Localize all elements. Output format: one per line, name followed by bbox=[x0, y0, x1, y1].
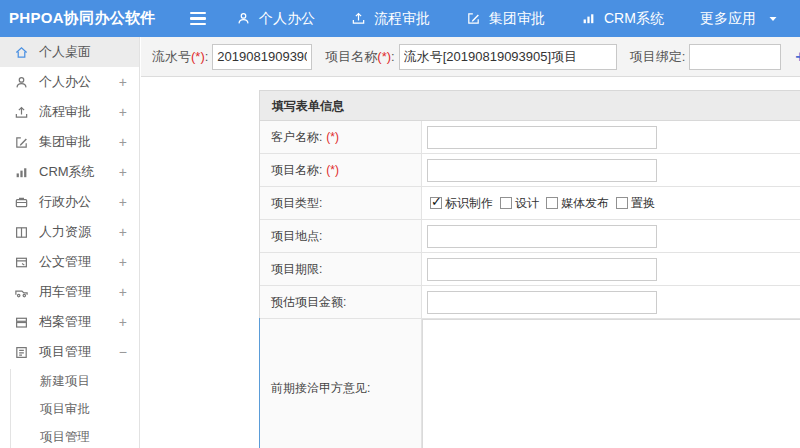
doc-icon bbox=[14, 255, 29, 270]
expand-plus-icon[interactable]: + bbox=[119, 74, 127, 90]
customer-name-input[interactable] bbox=[427, 126, 657, 149]
flow-icon bbox=[351, 11, 366, 26]
sidebar-item-personal-desktop[interactable]: 个人桌面 bbox=[0, 37, 139, 67]
project-type-options: 标识制作设计媒体发布置换 bbox=[427, 195, 655, 212]
chart-icon bbox=[581, 11, 596, 26]
topnav-item-group-approval[interactable]: 集团审批 bbox=[466, 10, 545, 28]
sidebar: 个人桌面个人办公+流程审批+集团审批+CRM系统+行政办公+人力资源+公文管理+… bbox=[0, 37, 140, 448]
project-duration-input[interactable] bbox=[427, 258, 657, 281]
sidebar-item-personal-office[interactable]: 个人办公+ bbox=[0, 67, 139, 97]
expand-plus-icon[interactable]: + bbox=[119, 224, 127, 240]
sidebar-item-archive-mgmt[interactable]: 档案管理+ bbox=[0, 307, 139, 337]
sidebar-item-label: 档案管理 bbox=[39, 313, 109, 331]
sidebar-item-label: 行政办公 bbox=[39, 193, 109, 211]
form-panel: 填写表单信息 客户名称:(*)项目名称:(*)项目类型:标识制作设计媒体发布置换… bbox=[259, 90, 800, 448]
user-icon bbox=[14, 75, 29, 90]
car-icon bbox=[14, 285, 29, 300]
project-location-input[interactable] bbox=[427, 225, 657, 248]
form-value-cell: 标识制作设计媒体发布置换 bbox=[422, 187, 800, 219]
checkbox-unchecked-icon[interactable] bbox=[546, 197, 558, 209]
topnav-item-more-apps[interactable]: 更多应用 bbox=[700, 10, 778, 28]
checkbox-label: 设计 bbox=[515, 195, 539, 212]
topbar-nav: 个人办公流程审批集团审批CRM系统更多应用 bbox=[236, 10, 778, 28]
checkbox-option-2[interactable]: 媒体发布 bbox=[546, 195, 609, 212]
hamburger-icon[interactable] bbox=[186, 8, 210, 29]
form-value-cell bbox=[422, 154, 800, 186]
tree-guide-line bbox=[10, 369, 11, 448]
chart-icon bbox=[14, 165, 29, 180]
sidebar-item-group-approval[interactable]: 集团审批+ bbox=[0, 127, 139, 157]
app-logo: PHPOA协同办公软件 bbox=[0, 9, 158, 28]
topnav-item-workflow-approval[interactable]: 流程审批 bbox=[351, 10, 430, 28]
briefcase-icon bbox=[14, 195, 29, 210]
topnav-item-crm-system[interactable]: CRM系统 bbox=[581, 10, 664, 28]
expand-plus-icon[interactable]: + bbox=[119, 134, 127, 150]
sidebar-item-crm-system[interactable]: CRM系统+ bbox=[0, 157, 139, 187]
book-icon bbox=[14, 225, 29, 240]
form-row-estimated-amount: 预估项目金额: bbox=[260, 286, 800, 319]
expand-plus-icon[interactable]: + bbox=[119, 194, 127, 210]
sidebar-item-admin-office[interactable]: 行政办公+ bbox=[0, 187, 139, 217]
topbar: PHPOA协同办公软件 个人办公流程审批集团审批CRM系统更多应用 bbox=[0, 0, 800, 37]
expand-plus-icon[interactable]: + bbox=[119, 314, 127, 330]
topnav-label: 流程审批 bbox=[374, 10, 430, 28]
expand-plus-icon[interactable]: + bbox=[119, 284, 127, 300]
form-value-cell bbox=[422, 220, 800, 252]
form-section-title: 填写表单信息 bbox=[260, 91, 800, 121]
project-icon bbox=[14, 345, 29, 360]
expand-plus-icon[interactable]: + bbox=[119, 104, 127, 120]
sidebar-item-vehicle-mgmt[interactable]: 用车管理+ bbox=[0, 277, 139, 307]
checkbox-unchecked-icon[interactable] bbox=[616, 197, 628, 209]
checkbox-label: 置换 bbox=[631, 195, 655, 212]
sidebar-item-label: 公文管理 bbox=[39, 253, 109, 271]
sidebar-item-document-mgmt[interactable]: 公文管理+ bbox=[0, 247, 139, 277]
project-title-input[interactable] bbox=[399, 44, 617, 70]
form-row-project-duration: 项目期限: bbox=[260, 253, 800, 286]
sidebar-subitem-project-approval[interactable]: 项目审批 bbox=[0, 395, 139, 423]
checkbox-option-3[interactable]: 置换 bbox=[616, 195, 655, 212]
sidebar-item-label: CRM系统 bbox=[39, 163, 109, 181]
project-title-label: 项目名称 bbox=[325, 48, 377, 66]
sidebar-item-label: 人力资源 bbox=[39, 223, 109, 241]
sidebar-subitem-new-project[interactable]: 新建项目 bbox=[0, 367, 139, 395]
project-bind-add-button[interactable]: + bbox=[795, 47, 800, 67]
project-bind-input[interactable] bbox=[689, 44, 781, 70]
required-mark: (*) bbox=[191, 49, 205, 64]
topnav-label: 集团审批 bbox=[489, 10, 545, 28]
colon: : bbox=[682, 49, 686, 64]
expand-plus-icon[interactable]: + bbox=[119, 164, 127, 180]
edit-icon bbox=[14, 135, 29, 150]
sidebar-item-label: 集团审批 bbox=[39, 133, 109, 151]
archive-icon bbox=[14, 315, 29, 330]
project-name-input[interactable] bbox=[427, 159, 657, 182]
sidebar-subitem-project-mgmt-list[interactable]: 项目管理 bbox=[0, 423, 139, 448]
flow-icon bbox=[14, 105, 29, 120]
form-label-cell: 项目期限: bbox=[260, 253, 422, 285]
form-row-project-name: 项目名称:(*) bbox=[260, 154, 800, 187]
pre-negotiation-opinion-textarea[interactable] bbox=[422, 319, 800, 448]
topnav-label: CRM系统 bbox=[604, 10, 664, 28]
serial-number-input[interactable] bbox=[212, 44, 312, 70]
edit-icon bbox=[466, 11, 481, 26]
estimated-amount-input[interactable] bbox=[427, 291, 657, 314]
sidebar-item-project-mgmt[interactable]: 项目管理− bbox=[0, 337, 139, 367]
topnav-label: 个人办公 bbox=[259, 10, 315, 28]
sidebar-item-label: 流程审批 bbox=[39, 103, 109, 121]
project-bind-field-group: 项目绑定: bbox=[630, 44, 782, 70]
topnav-item-personal-office[interactable]: 个人办公 bbox=[236, 10, 315, 28]
required-mark: (*) bbox=[377, 49, 391, 64]
form-row-project-location: 项目地点: bbox=[260, 220, 800, 253]
checkbox-option-0[interactable]: 标识制作 bbox=[430, 195, 493, 212]
sidebar-item-label: 用车管理 bbox=[39, 283, 109, 301]
checkbox-option-1[interactable]: 设计 bbox=[500, 195, 539, 212]
user-icon bbox=[236, 11, 251, 26]
checkbox-checked-icon[interactable] bbox=[430, 197, 442, 209]
collapse-minus-icon[interactable]: − bbox=[119, 344, 127, 360]
colon: : bbox=[391, 49, 395, 64]
sidebar-item-human-resources[interactable]: 人力资源+ bbox=[0, 217, 139, 247]
project-title-field-group: 项目名称(*): bbox=[325, 44, 616, 70]
checkbox-unchecked-icon[interactable] bbox=[500, 197, 512, 209]
project-name-label: 项目名称: bbox=[271, 162, 322, 179]
sidebar-item-workflow-approval[interactable]: 流程审批+ bbox=[0, 97, 139, 127]
expand-plus-icon[interactable]: + bbox=[119, 254, 127, 270]
